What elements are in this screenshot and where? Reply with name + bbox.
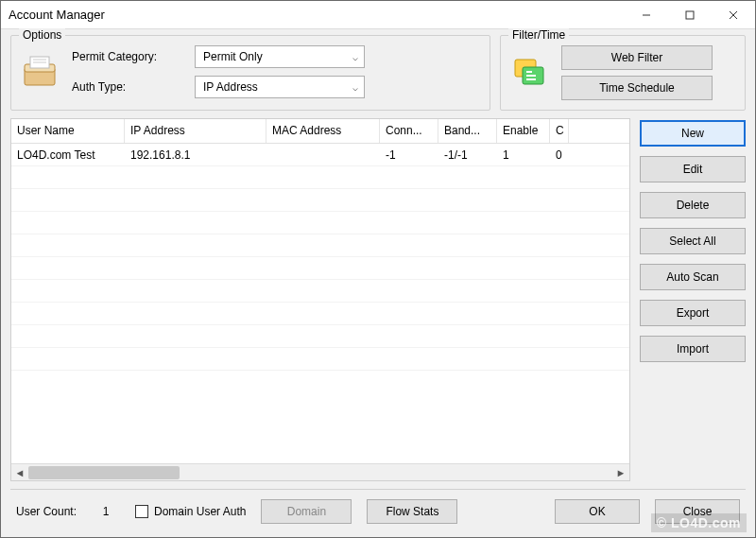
auto-scan-button[interactable]: Auto Scan — [640, 264, 746, 290]
cell-band: -1/-1 — [438, 146, 497, 165]
col-ip-address[interactable]: IP Address — [125, 119, 266, 143]
cell-enable: 1 — [497, 146, 550, 165]
table-row — [11, 189, 629, 212]
edit-button[interactable]: Edit — [640, 156, 746, 182]
user-count-value: 1 — [92, 505, 120, 518]
cell-ip-address: 192.161.8.1 — [125, 146, 266, 165]
auth-type-label: Auth Type: — [72, 80, 195, 94]
cell-mac-address — [266, 152, 380, 158]
window-title: Account Manager — [9, 8, 625, 22]
permit-category-label: Permit Category: — [72, 50, 195, 63]
table-body: LO4D.com Test 192.161.8.1 -1 -1/-1 1 0 — [11, 144, 629, 463]
scroll-track[interactable] — [28, 464, 612, 481]
col-c[interactable]: C — [550, 119, 569, 143]
table-row — [11, 212, 629, 234]
table-row — [11, 166, 629, 189]
auth-type-value: IP Address — [203, 80, 258, 94]
ok-button[interactable]: OK — [555, 499, 640, 524]
client-area: Options Permit Category: Permit Onl — [1, 29, 755, 537]
new-button[interactable]: New — [640, 120, 746, 147]
cell-user-name: LO4D.com Test — [11, 146, 125, 165]
table-row — [11, 234, 629, 257]
select-all-button[interactable]: Select All — [640, 228, 746, 254]
cell-conn: -1 — [380, 146, 438, 165]
cell-c: 0 — [550, 146, 569, 165]
web-filter-button[interactable]: Web Filter — [561, 45, 713, 70]
delete-button[interactable]: Delete — [640, 192, 746, 218]
svg-rect-1 — [686, 11, 694, 19]
col-enable[interactable]: Enable — [497, 119, 550, 143]
checkbox-icon — [135, 505, 148, 518]
options-folder-icon — [21, 53, 59, 91]
domain-user-auth-label: Domain User Auth — [154, 505, 246, 518]
import-button[interactable]: Import — [640, 336, 746, 362]
horizontal-scrollbar[interactable]: ◄ ► — [11, 463, 629, 480]
table-header: User Name IP Address MAC Address Conn...… — [11, 119, 629, 144]
chevron-down-icon: ⌵ — [352, 82, 358, 93]
close-button[interactable] — [712, 1, 755, 29]
options-group: Options Permit Category: Permit Onl — [10, 35, 490, 111]
export-button[interactable]: Export — [640, 300, 746, 326]
mid-row: User Name IP Address MAC Address Conn...… — [10, 118, 746, 481]
table-row — [11, 303, 629, 325]
col-band[interactable]: Band... — [438, 119, 497, 143]
col-user-name[interactable]: User Name — [11, 119, 125, 143]
domain-user-auth-checkbox[interactable]: Domain User Auth — [135, 505, 246, 518]
col-mac-address[interactable]: MAC Address — [266, 119, 380, 143]
svg-rect-13 — [526, 78, 536, 80]
scroll-right-icon[interactable]: ► — [612, 464, 629, 481]
top-row: Options Permit Category: Permit Onl — [10, 35, 746, 111]
filter-windows-icon — [510, 53, 550, 93]
svg-rect-11 — [526, 71, 532, 73]
chevron-down-icon: ⌵ — [352, 52, 358, 62]
table-row — [11, 257, 629, 280]
svg-rect-12 — [526, 75, 536, 77]
permit-category-value: Permit Only — [203, 50, 263, 63]
table-row — [11, 280, 629, 303]
col-conn[interactable]: Conn... — [380, 119, 438, 143]
scroll-left-icon[interactable]: ◄ — [11, 464, 28, 481]
titlebar: Account Manager — [1, 1, 755, 29]
account-manager-window: Account Manager Options — [0, 0, 756, 538]
minimize-button[interactable] — [625, 1, 668, 29]
filter-time-group: Filter/Time Web Filter Time Schedule — [500, 35, 746, 111]
time-schedule-button[interactable]: Time Schedule — [561, 76, 713, 100]
side-buttons: New Edit Delete Select All Auto Scan Exp… — [640, 118, 746, 481]
flow-stats-button[interactable]: Flow Stats — [367, 499, 457, 524]
table-row[interactable]: LO4D.com Test 192.161.8.1 -1 -1/-1 1 0 — [11, 144, 629, 166]
table-row — [11, 325, 629, 348]
auth-type-combo[interactable]: IP Address ⌵ — [195, 76, 365, 98]
options-group-label: Options — [19, 28, 65, 42]
permit-category-combo[interactable]: Permit Only ⌵ — [195, 45, 365, 68]
accounts-table: User Name IP Address MAC Address Conn...… — [10, 118, 630, 481]
table-row — [11, 348, 629, 371]
domain-button: Domain — [261, 499, 352, 524]
close-dialog-button[interactable]: Close — [655, 499, 740, 524]
scroll-thumb[interactable] — [28, 466, 180, 479]
filter-time-group-label: Filter/Time — [508, 28, 569, 42]
bottom-bar: User Count: 1 Domain User Auth Domain Fl… — [10, 489, 746, 531]
maximize-button[interactable] — [668, 1, 712, 29]
user-count-label: User Count: — [16, 505, 77, 518]
